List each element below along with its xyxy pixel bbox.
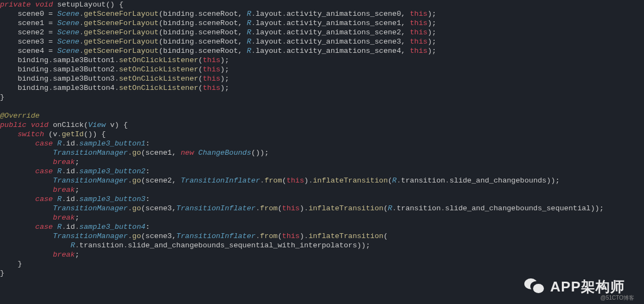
code-editor: private void setupLayout() { scene0 = Sc… [0, 0, 644, 278]
watermark-sub: @51CTO博客 [600, 293, 634, 302]
wechat-icon [523, 277, 545, 296]
watermark-main: APP架构师 [550, 282, 625, 291]
